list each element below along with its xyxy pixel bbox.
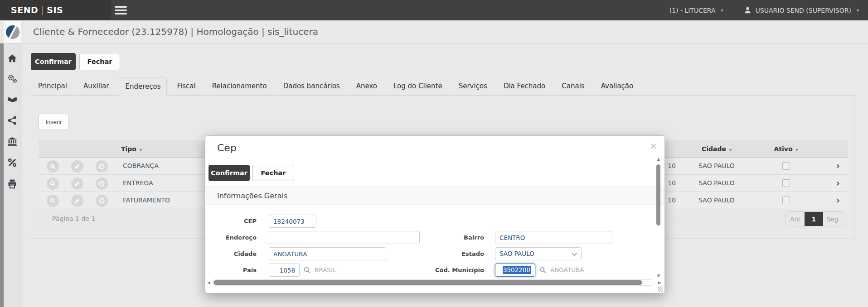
view-icon[interactable] — [47, 195, 59, 207]
brand-separator: | — [38, 5, 47, 15]
handshake-icon[interactable] — [7, 94, 17, 104]
pais-input[interactable] — [269, 264, 300, 277]
modal-horizontal-scrollbar[interactable]: ◀ ▶ — [207, 279, 661, 287]
endereco-input[interactable] — [269, 231, 420, 244]
column-header-tipo[interactable]: Tipo▾ — [104, 140, 159, 158]
home-icon[interactable] — [7, 53, 17, 63]
user-dropdown[interactable]: USUARIO SEND (SUPERVISOR) ▾ — [743, 6, 859, 14]
scroll-down-icon[interactable]: ▼ — [656, 273, 661, 278]
insert-button[interactable]: Inserir — [39, 114, 69, 130]
section-header: Informações Gerais — [206, 187, 664, 205]
company-dropdown[interactable]: (1) - LITUCERA ▾ — [669, 7, 723, 14]
caret-down-icon: ▾ — [721, 8, 723, 13]
header-bar: Cliente & Fornecedor (23.125978) | Homol… — [0, 20, 868, 43]
edit-icon[interactable] — [71, 177, 83, 190]
printer-icon[interactable] — [7, 179, 17, 189]
history-icon[interactable] — [96, 160, 108, 173]
pais-lookup-text: BRASIL — [315, 264, 336, 277]
page-title: Cliente & Fornecedor (23.125978) | Homol… — [33, 20, 318, 43]
cidade-label: Cidade — [205, 247, 257, 260]
modal-resize-grip[interactable] — [658, 287, 663, 292]
pager-next-button[interactable]: Seg — [823, 212, 842, 226]
vertical-scroll-thumb[interactable] — [656, 164, 660, 225]
company-label: (1) - LITUCERA — [669, 7, 716, 14]
percent-icon[interactable] — [7, 158, 17, 168]
cod-municipio-lookup-text: ANGATUBA — [550, 264, 584, 277]
history-icon[interactable] — [96, 195, 108, 207]
cell-cidade: SAO PAULO — [680, 192, 753, 209]
ativo-checkbox[interactable] — [782, 179, 790, 187]
selected-text: 3502200 — [503, 266, 531, 274]
cell-cidade: SAO PAULO — [680, 175, 753, 192]
tab-canais[interactable]: Canais — [562, 77, 584, 95]
ativo-checkbox[interactable] — [782, 197, 790, 204]
tab-enderecos[interactable]: Endereços — [119, 77, 167, 96]
scroll-left-icon[interactable]: ◀ — [207, 280, 210, 285]
modal-confirm-button[interactable]: Confirmar — [209, 165, 250, 181]
tab-dados-bancarios[interactable]: Dados bancários — [283, 77, 340, 95]
close-button[interactable]: Fechar — [79, 53, 120, 70]
sort-caret-icon: ▾ — [796, 147, 798, 152]
sidebar — [0, 43, 22, 307]
share-nodes-icon[interactable] — [7, 115, 17, 125]
modal-title: Cep — [217, 142, 237, 154]
tab-servicos[interactable]: Serviços — [459, 77, 487, 95]
tab-log-do-cliente[interactable]: Log do Cliente — [393, 77, 442, 95]
column-header-ativo[interactable]: Ativo▾ — [761, 140, 811, 158]
row-chevron-icon[interactable]: › — [836, 158, 840, 174]
tab-dia-fechado[interactable]: Dia Fechado — [504, 77, 545, 95]
pager-current-page[interactable]: 1 — [805, 212, 823, 226]
logo-icon — [6, 25, 19, 39]
edit-icon[interactable] — [71, 195, 83, 207]
estado-select[interactable]: SAO PAULO — [495, 247, 582, 260]
scroll-right-icon[interactable]: ▶ — [658, 280, 661, 285]
tab-anexo[interactable]: Anexo — [356, 77, 377, 95]
select-chevron-icon — [572, 251, 577, 256]
tab-relacionamento[interactable]: Relacionamento — [212, 77, 267, 95]
gears-icon[interactable] — [7, 74, 17, 84]
cell-tipo: ENTREGA — [123, 175, 153, 192]
column-header-cidade[interactable]: Cidade▾ — [680, 140, 753, 158]
menu-hamburger-icon[interactable] — [115, 6, 127, 14]
tab-avaliacao[interactable]: Avaliação — [601, 77, 634, 95]
cod-municipio-search-icon[interactable] — [539, 266, 547, 274]
caret-down-icon: ▾ — [857, 8, 859, 13]
tab-bar: Principal Auxiliar Endereços Fiscal Rela… — [31, 77, 855, 96]
bairro-input[interactable] — [495, 231, 612, 244]
modal-close-button[interactable]: Fechar — [252, 165, 294, 181]
tab-principal[interactable]: Principal — [38, 77, 67, 95]
scroll-up-icon[interactable]: ▲ — [656, 157, 661, 161]
app-logo[interactable] — [4, 21, 21, 43]
history-icon[interactable] — [96, 177, 108, 190]
modal-close-icon[interactable]: × — [650, 140, 657, 151]
view-icon[interactable] — [47, 160, 59, 173]
pager-prev-button[interactable]: Ant — [786, 212, 805, 226]
row-chevron-icon[interactable]: › — [836, 192, 840, 208]
ativo-checkbox[interactable] — [782, 162, 790, 170]
horizontal-scroll-thumb[interactable] — [213, 280, 642, 285]
cep-modal: × Cep Confirmar Fechar Informações Gerai… — [205, 135, 665, 293]
cell-tipo: COBRANÇA — [123, 158, 159, 174]
brand-left: SEND — [11, 5, 38, 15]
brand-right: SIS — [47, 5, 63, 15]
bairro-label: Bairro — [405, 231, 484, 244]
user-icon — [743, 6, 752, 14]
cidade-input[interactable] — [269, 247, 386, 260]
sidebar-strip — [0, 43, 4, 307]
estado-label: Estado — [405, 247, 484, 260]
cod-municipio-label: Cód. Município — [405, 264, 484, 277]
view-icon[interactable] — [47, 177, 59, 190]
tab-auxiliar[interactable]: Auxiliar — [83, 77, 109, 95]
pais-search-icon[interactable] — [303, 266, 311, 274]
topbar: SEND|SIS (1) - LITUCERA ▾ USUARIO SEND (… — [0, 0, 868, 20]
cod-municipio-input[interactable]: 3502200 — [495, 264, 535, 277]
modal-vertical-scrollbar[interactable]: ▲ ▼ — [655, 157, 662, 278]
cep-input[interactable] — [269, 215, 316, 228]
cell-tipo: FATURAMENTO — [123, 192, 170, 209]
confirm-button[interactable]: Confirmar — [31, 53, 76, 70]
bank-icon[interactable] — [7, 137, 17, 147]
edit-icon[interactable] — [71, 160, 83, 173]
tab-fiscal[interactable]: Fiscal — [177, 77, 195, 95]
row-chevron-icon[interactable]: › — [836, 175, 840, 191]
cep-label: CEP — [205, 215, 257, 228]
